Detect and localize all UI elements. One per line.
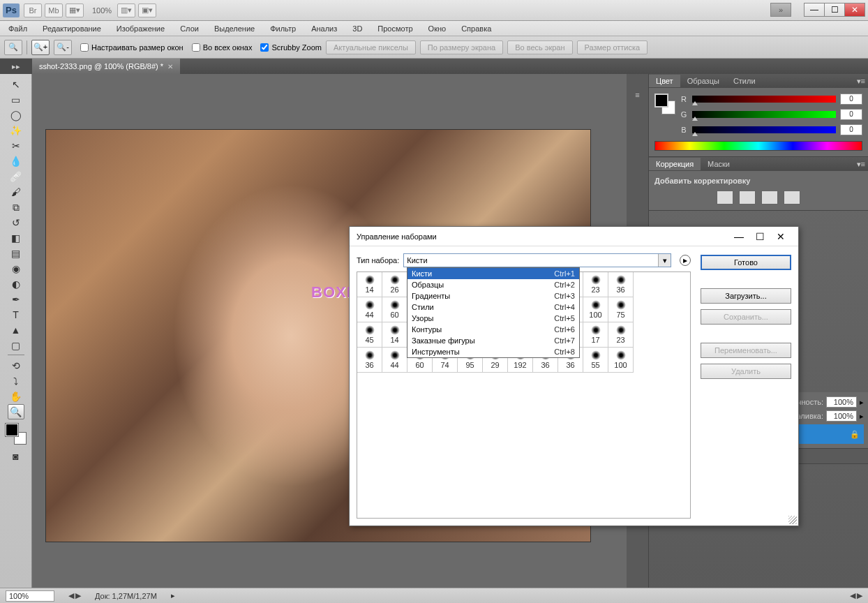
dropdown-option[interactable]: ГрадиентыCtrl+3 (407, 290, 579, 302)
color-swatches[interactable] (6, 424, 27, 445)
dodge-tool-icon[interactable]: ◐ (8, 276, 24, 292)
brush-preset-cell[interactable]: 55 (583, 348, 608, 373)
brush-preset-cell[interactable]: 100 (608, 348, 634, 373)
scroll-left2-icon[interactable]: ◀ (850, 591, 855, 600)
eyedropper-tool-icon[interactable]: 💧 (8, 154, 24, 169)
pen-tool-icon[interactable]: ✒ (8, 292, 24, 307)
history-panel-icon[interactable]: ≡ (631, 88, 645, 102)
brightness-icon[interactable]: ☀ (717, 191, 733, 204)
doc-info-arrow[interactable]: ▸ (171, 591, 175, 600)
brush-preset-cell[interactable]: 23 (583, 272, 608, 297)
dropdown-option[interactable]: ОбразцыCtrl+2 (407, 279, 579, 290)
menu-view[interactable]: Просмотр (375, 23, 415, 34)
hand-tool-icon[interactable]: ✋ (8, 389, 24, 404)
slider-b-value[interactable]: 0 (840, 124, 862, 135)
zoom-tool-icon[interactable]: 🔍 (4, 40, 22, 55)
bridge-button[interactable]: Br (24, 3, 42, 17)
crop-tool-icon[interactable]: ✂ (8, 138, 24, 154)
history-brush-tool-icon[interactable]: ↺ (8, 215, 24, 230)
chevron-down-icon[interactable]: ▾ (658, 254, 671, 267)
3d-tool-icon[interactable]: ⟲ (8, 358, 24, 373)
brush-tool-icon[interactable]: 🖌 (8, 184, 24, 200)
menu-filter[interactable]: Фильтр (267, 23, 299, 34)
panel-menu-icon[interactable]: ▾≡ (857, 160, 865, 169)
brush-preset-cell[interactable]: 75 (608, 297, 634, 322)
menu-window[interactable]: Окно (426, 23, 449, 34)
slider-r-value[interactable]: 0 (840, 94, 862, 105)
color-spectrum[interactable] (654, 141, 862, 151)
stamp-tool-icon[interactable]: ⧉ (8, 200, 24, 215)
menu-file[interactable]: Файл (6, 23, 30, 34)
blur-tool-icon[interactable]: ◉ (8, 261, 24, 276)
dialog-close-icon[interactable]: ✕ (770, 231, 791, 242)
menu-help[interactable]: Справка (458, 23, 494, 34)
delete-button[interactable]: Удалить (701, 364, 791, 379)
tab-styles[interactable]: Стили (726, 75, 763, 87)
opacity-arrow[interactable]: ▸ (860, 398, 864, 407)
scrubby-zoom-checkbox[interactable]: Scrubby Zoom (260, 43, 322, 52)
dropdown-option[interactable]: КонтурыCtrl+6 (407, 324, 579, 335)
scroll-left-icon[interactable]: ◀ (68, 591, 74, 600)
move-tool-icon[interactable]: ↖ (8, 77, 24, 92)
tab-masks[interactable]: Маски (701, 158, 737, 170)
tab-close-icon[interactable]: ✕ (167, 63, 173, 70)
brush-preset-cell[interactable]: 44 (382, 348, 407, 373)
brush-preset-cell[interactable]: 36 (608, 272, 634, 297)
dropdown-option[interactable]: КистиCtrl+1 (407, 268, 579, 279)
slider-r[interactable]: R 0 (680, 94, 862, 105)
menu-edit[interactable]: Редактирование (40, 23, 104, 34)
minimize-button[interactable]: — (804, 3, 825, 17)
opacity-value[interactable]: 100% (826, 396, 857, 408)
dialog-maximize-icon[interactable]: ☐ (749, 231, 770, 242)
quick-mask-icon[interactable]: ◙ (8, 449, 24, 464)
color-swatches-panel[interactable] (654, 94, 675, 114)
panel-menu-icon[interactable]: ▾≡ (857, 77, 865, 86)
fit-screen-button[interactable]: По размеру экрана (420, 40, 503, 54)
tab-swatches[interactable]: Образцы (680, 75, 726, 87)
fill-screen-button[interactable]: Во весь экран (507, 40, 572, 54)
dropdown-option[interactable]: Заказные фигурыCtrl+7 (407, 335, 579, 346)
menu-3d[interactable]: 3D (350, 23, 365, 34)
scroll-right2-icon[interactable]: ▶ (857, 591, 862, 600)
levels-icon[interactable]: ▞ (739, 191, 756, 204)
document-tab[interactable]: sshot-2333.png @ 100% (RGB/8#) * ✕ (32, 59, 180, 74)
zoom-indicator[interactable]: 100% (92, 6, 112, 15)
dialog-titlebar[interactable]: Управление наборами — ☐ ✕ (350, 227, 798, 246)
save-button[interactable]: Сохранить... (701, 309, 791, 325)
print-size-button[interactable]: Размер оттиска (577, 40, 648, 54)
menu-layers[interactable]: Слои (177, 23, 202, 34)
load-button[interactable]: Загрузить... (701, 288, 791, 304)
exposure-icon[interactable]: ◢ (784, 191, 800, 204)
slider-b[interactable]: B 0 (680, 124, 862, 135)
brush-preset-cell[interactable]: 60 (382, 297, 407, 322)
scroll-right-icon[interactable]: ▶ (75, 591, 81, 600)
type-tool-icon[interactable]: T (8, 307, 24, 322)
brush-preset-cell[interactable]: 23 (608, 322, 634, 348)
collapse-panels-icon[interactable]: ▸▸ (0, 59, 32, 74)
path-selection-tool-icon[interactable]: ▲ (8, 322, 24, 338)
shape-tool-icon[interactable]: ▢ (8, 338, 24, 353)
gradient-tool-icon[interactable]: ▤ (8, 246, 24, 261)
screen-mode-button[interactable]: ▣▾ (138, 3, 156, 17)
maximize-button[interactable]: ☐ (824, 3, 845, 17)
minibridge-button[interactable]: Mb (45, 3, 63, 17)
3d-camera-tool-icon[interactable]: ⤵ (8, 373, 24, 389)
arrange-button[interactable]: ▥▾ (117, 3, 135, 17)
actual-pixels-button[interactable]: Актуальные пикселы (326, 40, 416, 54)
menu-select[interactable]: Выделение (211, 23, 257, 34)
lasso-tool-icon[interactable]: ◯ (8, 107, 24, 123)
preset-type-select[interactable]: Кисти ▾ (403, 253, 671, 267)
foreground-swatch[interactable] (6, 424, 18, 436)
tab-adjustments[interactable]: Коррекция (649, 158, 701, 170)
slider-g-value[interactable]: 0 (840, 109, 862, 120)
magic-wand-tool-icon[interactable]: ✨ (8, 123, 24, 138)
view-extras-button[interactable]: ▦▾ (66, 3, 84, 17)
dropdown-option[interactable]: СтилиCtrl+4 (407, 302, 579, 313)
dropdown-option[interactable]: ИнструментыCtrl+8 (407, 346, 579, 357)
curves-icon[interactable]: ∿ (761, 191, 778, 204)
rename-button[interactable]: Переименовать... (701, 343, 791, 358)
marquee-tool-icon[interactable]: ▭ (8, 92, 24, 107)
resize-grip-icon[interactable] (788, 516, 797, 524)
all-windows-checkbox[interactable]: Во всех окнах (192, 43, 253, 52)
healing-tool-icon[interactable]: 🩹 (8, 169, 24, 184)
